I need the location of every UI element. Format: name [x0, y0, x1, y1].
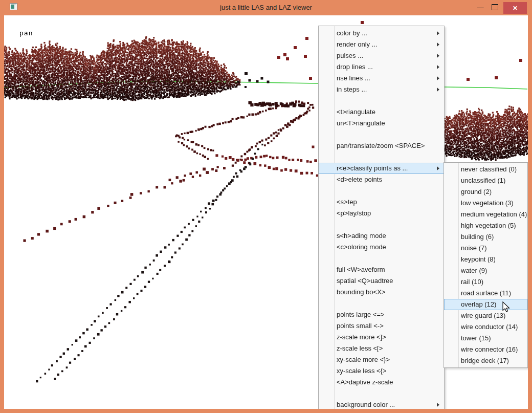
menu-item-pan-translate-zoom-space[interactable]: pan/translate/zoom <SPACE> — [319, 140, 444, 151]
submenu-arrow-icon — [437, 54, 439, 58]
menu-item-label: rise lines ... — [337, 74, 370, 82]
submenu-arrow-icon — [437, 166, 439, 170]
menu-item-s-h-ading-mode[interactable]: s<h>ading mode — [319, 230, 444, 242]
menu-item-label: bridge deck (17) — [461, 357, 509, 364]
menu-item-ground-2[interactable]: ground (2) — [444, 186, 527, 198]
submenu-arrow-icon — [437, 31, 439, 35]
titlebar[interactable]: just a little LAS and LAZ viewer — ✕ — [0, 0, 532, 15]
submenu-arrow-icon — [437, 88, 439, 92]
menu-item-rise-lines[interactable]: rise lines ... — [319, 73, 444, 84]
context-menu: color by ...render only ...pulses ...dro… — [318, 26, 445, 413]
menu-item-medium-vegetation-4[interactable]: medium vegetation (4) — [444, 209, 527, 220]
menu-item-label: pan/translate/zoom <SPACE> — [337, 142, 425, 149]
maximize-button[interactable] — [488, 0, 501, 14]
menu-item-label: z-scale more <]> — [337, 333, 386, 341]
menu-item-label: full <W>aveform — [337, 266, 385, 273]
menu-item-label: points small <-> — [337, 322, 384, 330]
menu-item-wire-connector-16[interactable]: wire connector (16) — [444, 344, 527, 355]
menu-item-s-tep[interactable]: <s>tep — [319, 197, 444, 208]
window-title: just a little LAS and LAZ viewer — [0, 0, 532, 15]
menu-item-tower-15[interactable]: tower (15) — [444, 333, 527, 344]
menu-item-wire-guard-13[interactable]: wire guard (13) — [444, 310, 527, 321]
interaction-mode-label: pan — [19, 29, 33, 37]
menu-item-z-scale-less[interactable]: z-scale less <[> — [319, 343, 444, 354]
menu-item-points-small[interactable]: points small <-> — [319, 320, 444, 332]
menu-item-t-riangulate[interactable]: <t>riangulate — [319, 106, 444, 118]
menu-item-z-scale-more[interactable]: z-scale more <]> — [319, 332, 444, 343]
menu-item-label: wire connector (16) — [461, 345, 518, 353]
menu-item-label: un<T>riangulate — [337, 119, 385, 127]
menu-item-label: noise (7) — [461, 244, 487, 252]
menu-item-xy-scale-less[interactable]: xy-scale less <{> — [319, 365, 444, 377]
menu-item-label: bounding bo<X> — [337, 288, 385, 296]
menu-item-xy-scale-more[interactable]: xy-scale more <}> — [319, 354, 444, 365]
menu-item-label: xy-scale more <}> — [337, 356, 390, 363]
menu-item-d-elete-points[interactable]: <d>elete points — [319, 174, 444, 185]
menu-item-rail-10[interactable]: rail (10) — [444, 276, 527, 288]
menu-item-label: ground (2) — [461, 188, 492, 195]
close-button[interactable]: ✕ — [503, 2, 527, 14]
menu-item-label: drop lines ... — [337, 63, 373, 71]
submenu-arrow-icon — [437, 403, 439, 407]
menu-item-label: pulses ... — [337, 52, 363, 59]
menu-item-label: tower (15) — [461, 334, 491, 342]
menu-item-label: render only ... — [337, 40, 378, 48]
maximize-icon — [492, 4, 498, 10]
menu-item-label: rail (10) — [461, 278, 483, 286]
menu-item-unclassified-1[interactable]: unclassified (1) — [444, 175, 527, 186]
menu-item-label: building (6) — [461, 233, 494, 241]
menu-item-un-t-riangulate[interactable]: un<T>riangulate — [319, 118, 444, 129]
menu-item-color-by[interactable]: color by ... — [319, 28, 444, 39]
menu-item-c-oloring-mode[interactable]: <c>oloring mode — [319, 242, 444, 253]
menu-item-a-daptive-z-scale[interactable]: <A>daptive z-scale — [319, 377, 444, 388]
menu-item-bridge-deck-17[interactable]: bridge deck (17) — [444, 355, 527, 366]
menu-item-label: spatial <Q>uadtree — [337, 277, 393, 285]
menu-item-label: s<h>ading mode — [337, 232, 386, 240]
menu-item-high-vegetation-5[interactable]: high vegetation (5) — [444, 220, 527, 231]
menu-item-label: xy-scale less <{> — [337, 367, 387, 375]
minimize-button[interactable]: — — [474, 0, 487, 14]
menu-item-keypoint-8[interactable]: keypoint (8) — [444, 254, 527, 265]
menu-item-label: water (9) — [461, 267, 487, 274]
menu-item-p-lay-stop[interactable]: <p>lay/stop — [319, 208, 444, 219]
menu-item-label: background color ... — [337, 401, 395, 408]
menu-item-label: color by ... — [337, 29, 367, 37]
menu-item-wire-conductor-14[interactable]: wire conductor (14) — [444, 321, 527, 333]
menu-item-noise-7[interactable]: noise (7) — [444, 243, 527, 254]
menu-item-water-9[interactable]: water (9) — [444, 265, 527, 276]
menu-item-label: low vegetation (3) — [461, 199, 514, 207]
menu-item-r-e-classify-points-as[interactable]: r<e>classify points as ... — [319, 163, 444, 174]
minimize-icon: — — [477, 4, 484, 11]
menu-item-bounding-bo-x[interactable]: bounding bo<X> — [319, 287, 444, 298]
menu-item-road-surface-11[interactable]: road surface (11) — [444, 288, 527, 299]
menu-item-label: in steps ... — [337, 85, 367, 93]
window-border-left — [0, 15, 4, 409]
menu-item-points-large[interactable]: points large <=> — [319, 309, 444, 320]
menu-item-full-w-aveform[interactable]: full <W>aveform — [319, 264, 444, 275]
close-icon: ✕ — [513, 5, 518, 12]
window-border-right — [528, 15, 532, 409]
menu-item-overlap-12[interactable]: overlap (12) — [444, 299, 527, 310]
menu-item-building-6[interactable]: building (6) — [444, 231, 527, 243]
menu-item-low-vegetation-3[interactable]: low vegetation (3) — [444, 198, 527, 209]
app-icon[interactable] — [10, 3, 17, 10]
menu-item-label: <A>daptive z-scale — [337, 378, 393, 386]
menu-item-drop-lines[interactable]: drop lines ... — [319, 61, 444, 73]
menu-item-in-steps[interactable]: in steps ... — [319, 84, 444, 95]
menu-item-label: unclassified (1) — [461, 177, 505, 184]
menu-item-never-classified-0[interactable]: never classified (0) — [444, 164, 527, 175]
menu-item-label: high vegetation (5) — [461, 222, 516, 229]
menu-item-label: never classified (0) — [461, 165, 517, 173]
menu-item-render-only[interactable]: render only ... — [319, 39, 444, 50]
menu-item-label: z-scale less <[> — [337, 344, 383, 352]
menu-item-label: <c>oloring mode — [337, 243, 386, 251]
menu-item-label: r<e>classify points as ... — [337, 164, 408, 172]
menu-item-label: <s>tep — [337, 198, 357, 206]
menu-item-label: overlap (12) — [461, 300, 496, 308]
menu-item-label: points large <=> — [337, 311, 385, 318]
menu-item-spatial-q-uadtree[interactable]: spatial <Q>uadtree — [319, 275, 444, 287]
submenu-arrow-icon — [437, 65, 439, 69]
menu-item-pulses[interactable]: pulses ... — [319, 50, 444, 61]
window-border-bottom — [0, 409, 532, 413]
menu-item-label: <d>elete points — [337, 176, 382, 183]
